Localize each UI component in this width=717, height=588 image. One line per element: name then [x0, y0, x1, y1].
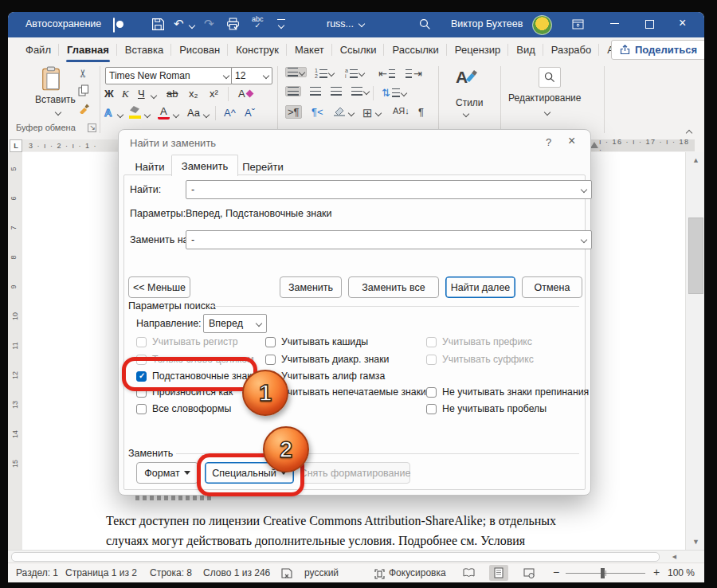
- tab-review[interactable]: Рецензир: [447, 37, 509, 62]
- cut-icon[interactable]: ✂: [76, 69, 89, 78]
- tab-design[interactable]: Конструк: [228, 37, 287, 62]
- status-page[interactable]: Страница 1 из 2: [65, 567, 137, 578]
- font-color-chevron-icon[interactable]: [173, 112, 179, 118]
- replace-all-button[interactable]: Заменить все: [348, 276, 439, 298]
- save-icon[interactable]: [151, 18, 165, 34]
- qat-more-icon[interactable]: [277, 19, 285, 20]
- highlight-button[interactable]: [129, 106, 142, 119]
- rtl-paragraph-button[interactable]: ¶<: [309, 105, 326, 119]
- underline-button[interactable]: Ч: [135, 87, 147, 100]
- tab-layout[interactable]: Макет: [287, 37, 332, 62]
- web-layout-icon[interactable]: [519, 565, 539, 581]
- maximize-button[interactable]: [645, 20, 654, 29]
- undo-dropdown-icon[interactable]: [189, 22, 195, 29]
- tab-references[interactable]: Ссылки: [332, 37, 385, 62]
- zoom-in-button[interactable]: +: [653, 566, 660, 578]
- focus-icon[interactable]: [374, 568, 385, 582]
- highlight-chevron-icon[interactable]: [144, 112, 151, 118]
- status-section[interactable]: Раздел: 1: [16, 567, 58, 578]
- editing-label[interactable]: Редактирование: [508, 92, 581, 104]
- align-center-button[interactable]: [308, 86, 323, 96]
- styles-label[interactable]: Стили: [456, 97, 484, 108]
- replace-with-combo[interactable]: -: [186, 230, 592, 249]
- styles-chevron-icon[interactable]: [463, 111, 469, 117]
- sort-button[interactable]: АЯ↓: [390, 105, 412, 116]
- share-button[interactable]: Поделиться: [611, 40, 704, 60]
- text-effects-button[interactable]: А: [102, 106, 114, 120]
- scroll-right-icon[interactable]: ▲: [670, 554, 678, 561]
- find-next-button[interactable]: Найти далее: [445, 276, 515, 298]
- find-what-combo[interactable]: -: [186, 180, 592, 199]
- cancel-button[interactable]: Отмена: [522, 276, 582, 298]
- increase-indent-button[interactable]: ⇥: [403, 67, 425, 80]
- proofing-status-icon[interactable]: [280, 567, 293, 582]
- checkbox-word-forms[interactable]: Все словоформы: [136, 402, 231, 415]
- replace-button[interactable]: Заменить: [280, 276, 342, 298]
- tab-mailings[interactable]: Рассылки: [384, 37, 446, 62]
- change-case-chevron-icon[interactable]: [203, 112, 210, 118]
- numbering-button[interactable]: 12: [312, 67, 336, 80]
- dialog-help-button[interactable]: ?: [546, 136, 551, 148]
- align-right-button[interactable]: [328, 86, 344, 96]
- dialog-tab-replace[interactable]: Заменить: [171, 155, 238, 176]
- format-painter-icon[interactable]: [78, 102, 90, 117]
- shrink-font-button[interactable]: Аˇ: [242, 106, 257, 120]
- print-layout-icon[interactable]: [489, 565, 508, 581]
- scroll-up-icon[interactable]: ▲: [692, 156, 699, 164]
- read-mode-icon[interactable]: [459, 565, 478, 581]
- status-line[interactable]: Строка: 8: [150, 567, 192, 578]
- checkbox-control-chars[interactable]: Учитывать непечатаемые знаки: [265, 386, 426, 398]
- document-title[interactable]: russ...: [327, 18, 364, 29]
- zoom-slider-thumb[interactable]: [601, 568, 605, 578]
- scroll-down-icon[interactable]: ▼: [692, 538, 699, 546]
- shading-chevron-icon[interactable]: [348, 110, 355, 116]
- clipboard-dialog-launcher-icon[interactable]: ↘: [88, 123, 96, 132]
- close-button[interactable]: ×: [679, 16, 686, 30]
- user-avatar[interactable]: [532, 15, 552, 35]
- borders-chevron-icon[interactable]: [375, 110, 382, 116]
- shading-button[interactable]: [333, 105, 346, 120]
- show-marks-button[interactable]: ¶: [416, 105, 426, 119]
- indent-marker[interactable]: [590, 142, 598, 148]
- undo-icon[interactable]: ↶: [174, 17, 184, 31]
- text-effects-chevron-icon[interactable]: [117, 112, 123, 118]
- user-name[interactable]: Виктор Бухтеев: [451, 18, 523, 29]
- multilevel-list-button[interactable]: ai: [343, 67, 366, 80]
- status-word-count[interactable]: Слово 1 из 246: [203, 567, 270, 578]
- vertical-scroll-thumb[interactable]: [688, 218, 703, 294]
- qat-more-chevron-icon[interactable]: [278, 22, 284, 29]
- status-language[interactable]: русский: [304, 567, 339, 578]
- superscript-button[interactable]: x²: [207, 87, 221, 100]
- tab-developer[interactable]: Разрабо: [543, 37, 599, 62]
- find-icon[interactable]: [539, 67, 561, 88]
- checkbox-kashida[interactable]: Учитывать кашиды: [265, 335, 368, 348]
- italic-button[interactable]: К: [120, 87, 131, 101]
- clear-formatting-button[interactable]: А: [236, 87, 255, 100]
- dialog-close-button[interactable]: ×: [568, 134, 575, 148]
- quick-print-icon[interactable]: [226, 18, 240, 34]
- underline-chevron-icon[interactable]: [151, 92, 157, 99]
- autosave-toggle[interactable]: [113, 18, 115, 33]
- horizontal-scroll-thumb[interactable]: [11, 552, 660, 562]
- line-spacing-button[interactable]: ⇅: [379, 86, 409, 100]
- grow-font-button[interactable]: А^: [221, 106, 238, 120]
- direction-combo[interactable]: Вперед: [203, 314, 267, 333]
- spelling-check-icon[interactable]: abc✓: [252, 16, 264, 29]
- paste-dropdown-icon[interactable]: [55, 109, 61, 116]
- tab-draw[interactable]: Рисован: [171, 37, 228, 62]
- checkbox-diacritics[interactable]: Учитывать диакр. знаки: [265, 353, 389, 366]
- tab-view[interactable]: Вид: [508, 37, 543, 62]
- tab-file[interactable]: Файл: [18, 37, 59, 62]
- minimize-button[interactable]: [610, 23, 619, 24]
- paste-label[interactable]: Вставить: [35, 94, 76, 105]
- tab-selector[interactable]: L: [10, 139, 22, 152]
- checkbox-ignore-spaces[interactable]: Не учитывать пробелы: [426, 402, 547, 415]
- copy-icon[interactable]: [78, 84, 89, 100]
- change-case-button[interactable]: Аа: [185, 106, 202, 120]
- less-button[interactable]: << Меньше: [128, 276, 190, 298]
- strikethrough-button[interactable]: ab: [164, 87, 180, 100]
- ribbon-display-options-icon[interactable]: [572, 18, 584, 33]
- font-color-button[interactable]: А: [158, 104, 170, 120]
- dialog-tab-find[interactable]: Найти: [127, 157, 173, 176]
- zoom-level[interactable]: 100 %: [668, 567, 695, 578]
